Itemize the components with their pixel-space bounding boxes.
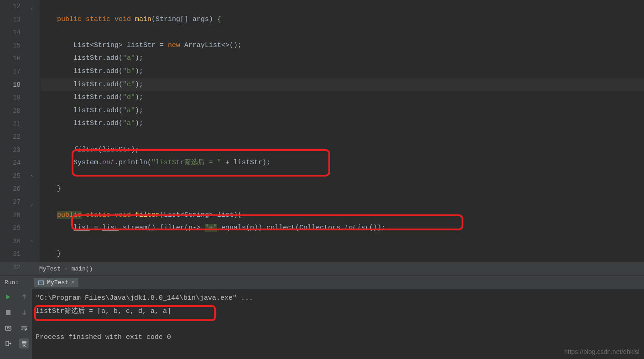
run-tab-label: MyTest — [47, 279, 68, 286]
fold-end-icon[interactable]: ⌃ — [30, 239, 36, 245]
code-line[interactable] — [41, 130, 644, 144]
fold-mark-icon[interactable]: ⌄ — [30, 201, 36, 206]
fold-column[interactable]: ⌄ ⌃ ⌄ ⌃ — [27, 0, 40, 262]
console-line: "C:\Program Files\Java\jdk1.8.0_144\bin\… — [36, 292, 640, 305]
svg-point-4 — [7, 327, 9, 329]
code-line[interactable]: } — [41, 182, 644, 196]
console-output[interactable]: "C:\Program Files\Java\jdk1.8.0_144\bin\… — [32, 289, 644, 359]
console-body: "C:\Program Files\Java\jdk1.8.0_144\bin\… — [0, 289, 644, 359]
line-number-gutter[interactable]: 1213141516171819202122232425262728293031… — [0, 0, 27, 262]
fold-mark-icon[interactable]: ⌄ — [30, 4, 36, 10]
code-line[interactable] — [41, 261, 644, 274]
code-line[interactable]: filter(listStr); — [41, 144, 644, 157]
console-line: Process finished with exit code 0 — [36, 331, 640, 344]
code-line[interactable]: list = list.stream().filter(p-> "a".equa… — [41, 222, 644, 235]
code-line[interactable]: listStr.add("c"); — [41, 78, 644, 92]
up-button[interactable] — [19, 292, 29, 302]
code-line[interactable]: } — [41, 248, 644, 261]
code-line[interactable] — [41, 0, 644, 13]
code-line[interactable]: listStr.add("a"); — [41, 104, 644, 118]
code-line[interactable]: listStr.add("a"); — [41, 52, 644, 65]
code-line[interactable] — [41, 170, 644, 183]
code-line[interactable]: listStr.add("a"); — [41, 117, 644, 130]
code-line[interactable]: System.out.println("listStr筛选后 = " + lis… — [41, 156, 644, 170]
stop-button[interactable] — [3, 307, 13, 317]
code-line[interactable]: public static void main(String[] args) { — [41, 13, 644, 26]
svg-rect-0 — [39, 281, 44, 285]
scroll-to-end-button[interactable] — [19, 338, 29, 349]
svg-rect-2 — [6, 310, 10, 315]
run-toolbar-nav — [16, 289, 32, 359]
code-line[interactable]: public static void filter(List<String> l… — [41, 209, 644, 222]
watermark-text: https://blog.csdn.net/dhklsl — [564, 348, 639, 355]
code-line[interactable] — [41, 235, 644, 248]
fold-end-icon[interactable]: ⌃ — [30, 174, 36, 180]
code-line[interactable] — [41, 26, 644, 39]
console-line — [36, 318, 640, 331]
run-toolbar-left — [0, 289, 16, 359]
close-icon[interactable]: × — [71, 279, 75, 286]
code-line[interactable]: List<String> listStr = new ArrayList<>()… — [41, 39, 644, 52]
code-area[interactable]: public static void main(String[] args) {… — [40, 0, 644, 262]
run-config-tab[interactable]: MyTest × — [34, 278, 78, 287]
code-line[interactable]: listStr.add("b"); — [41, 65, 644, 78]
console-line: listStr筛选后 = [a, b, c, d, a, a] — [36, 305, 640, 318]
down-button[interactable] — [19, 307, 29, 317]
run-tool-header: Run: MyTest × — [0, 276, 644, 289]
exit-button[interactable] — [3, 338, 13, 349]
run-label: Run: — [0, 279, 23, 286]
app-icon — [38, 280, 44, 286]
editor-area: 1213141516171819202122232425262728293031… — [0, 0, 644, 262]
code-line[interactable]: listStr.add("d"); — [41, 91, 644, 104]
code-line[interactable] — [41, 196, 644, 209]
rerun-button[interactable] — [3, 292, 13, 302]
svg-rect-3 — [5, 326, 11, 330]
screenshot-button[interactable] — [3, 323, 13, 333]
soft-wrap-button[interactable] — [19, 323, 29, 333]
